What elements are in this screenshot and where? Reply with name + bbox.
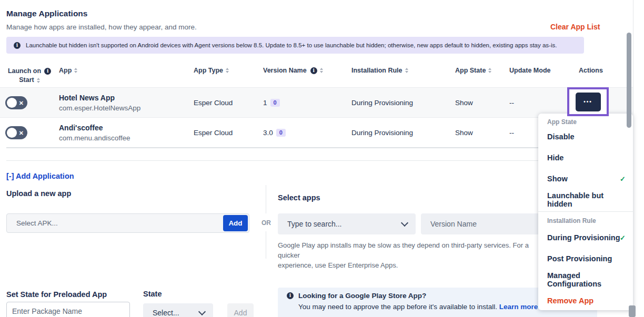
launch-on-start-cell: ✕	[5, 88, 27, 118]
column-label: App Type	[194, 67, 223, 74]
info-icon: i	[14, 42, 21, 49]
column-label: Start	[19, 76, 34, 85]
menu-item-launchable-but-hidden[interactable]: Launchable but hidden	[547, 189, 626, 210]
installation-rule-cell: During Provisioning	[351, 118, 413, 148]
banner-text: Launchable but hidden isn't supported on…	[26, 42, 557, 48]
divider	[266, 185, 266, 213]
column-label: App	[59, 67, 72, 74]
row-actions-menu: App State Disable Hide Show ✓ Launchable…	[538, 114, 633, 310]
menu-item-managed-configurations[interactable]: Managed Configurations	[547, 269, 626, 290]
select-apps-heading: Select apps	[278, 193, 320, 202]
column-label: Installation Rule	[351, 67, 402, 74]
sort-icon[interactable]	[226, 68, 229, 73]
launch-on-start-toggle[interactable]: ✕	[5, 96, 27, 109]
toggle-knob	[7, 98, 17, 108]
menu-item-during-provisioning[interactable]: During Provisioning ✓	[547, 227, 626, 248]
menu-item-label: Post Provisioning	[547, 254, 612, 263]
app-name: Hotel News App	[59, 93, 115, 103]
menu-item-show[interactable]: Show ✓	[547, 168, 626, 189]
info-icon[interactable]: i	[310, 67, 317, 74]
app-search-select[interactable]: Type to search...	[278, 213, 416, 234]
column-header-installation-rule[interactable]: Installation Rule	[351, 67, 408, 74]
version-value: 1	[263, 99, 267, 107]
version-count-badge: 0	[276, 129, 286, 137]
page-title: Manage Applications	[6, 9, 87, 18]
check-icon: ✓	[620, 175, 626, 183]
table-header-row: Launch on i Start App App Type Version N…	[0, 67, 633, 87]
app-name: Andi'scoffee	[59, 122, 103, 133]
menu-item-label: During Provisioning	[547, 233, 620, 242]
window-scrollbar-thumb[interactable]	[629, 305, 636, 317]
update-mode-cell: --	[509, 118, 514, 148]
sort-icon[interactable]	[488, 68, 491, 73]
launch-on-start-toggle[interactable]: ✕	[5, 126, 27, 139]
sort-icon[interactable]	[320, 68, 323, 73]
google-play-note: Google Play app installs may be slow as …	[278, 240, 544, 270]
column-label: Version Name	[263, 67, 307, 74]
divider	[6, 147, 626, 148]
app-search-placeholder: Type to search...	[287, 220, 342, 228]
column-header-app[interactable]: App	[59, 67, 77, 74]
menu-item-label: Remove App	[547, 296, 593, 305]
row-actions-button[interactable]: •••	[576, 93, 601, 111]
state-select-placeholder: Select...	[153, 309, 179, 317]
add-preloaded-button-disabled[interactable]: Add	[227, 303, 254, 317]
version-name-select[interactable]: Version Name	[421, 213, 547, 234]
vertical-scrollbar-thumb[interactable]	[627, 33, 631, 128]
menu-section-installation-rule: Installation Rule	[547, 217, 596, 224]
sort-icon[interactable]	[405, 68, 408, 73]
column-header-app-state[interactable]: App State	[455, 67, 491, 74]
state-select[interactable]: Select...	[143, 303, 213, 317]
app-cell: Hotel News App com.esper.HotelNewsApp	[59, 88, 140, 118]
column-header-actions: Actions	[579, 67, 603, 74]
menu-item-post-provisioning[interactable]: Post Provisioning	[547, 248, 626, 269]
info-icon: i	[287, 292, 294, 299]
sort-icon[interactable]	[74, 68, 77, 73]
column-header-app-type[interactable]: App Type	[194, 67, 229, 74]
manage-applications-page: Manage Applications Manage how apps are …	[0, 0, 644, 317]
menu-item-disable[interactable]: Disable	[547, 126, 626, 147]
add-apk-button[interactable]: Add	[223, 215, 248, 231]
select-apk-input[interactable]: Select APK... Add	[6, 213, 249, 233]
sort-icon[interactable]	[37, 78, 40, 83]
app-package: com.menu.andiscoffee	[59, 133, 130, 144]
column-header-version-name[interactable]: Version Name i	[263, 67, 323, 74]
info-icon[interactable]: i	[44, 68, 51, 75]
app-type-cell: Esper Cloud	[194, 88, 233, 118]
column-label: Actions	[579, 67, 603, 74]
note-line: Google Play app installs may be slow as …	[278, 240, 544, 260]
play-info-text: You may need to approve the app before i…	[298, 303, 499, 311]
menu-item-remove-app[interactable]: Remove App	[547, 290, 626, 311]
actions-button-highlight: •••	[567, 87, 609, 116]
column-header-launch-on-start[interactable]: Launch on i Start	[4, 67, 55, 85]
app-state-cell: Show	[455, 88, 473, 118]
set-state-preloaded-heading: Set State for Preloaded App	[6, 290, 107, 299]
menu-item-label: Managed Configurations	[547, 271, 626, 288]
check-icon: ✓	[620, 234, 626, 242]
package-name-input[interactable]	[6, 302, 130, 317]
app-type-cell: Esper Cloud	[194, 118, 233, 148]
clear-app-list-button[interactable]: Clear App List	[550, 23, 600, 31]
version-value: 3.0	[263, 129, 273, 137]
menu-item-label: Show	[547, 175, 568, 183]
divider	[6, 160, 626, 161]
app-state-cell: Show	[455, 118, 473, 148]
divider	[538, 211, 633, 212]
launch-on-start-cell: ✕	[5, 118, 27, 148]
menu-item-label: Launchable but hidden	[547, 191, 626, 208]
select-apk-placeholder: Select APK...	[16, 219, 58, 227]
menu-item-hide[interactable]: Hide	[547, 147, 626, 168]
column-label: Update Mode	[509, 67, 550, 74]
table-row: ✕ Hotel News App com.esper.HotelNewsApp …	[0, 87, 633, 118]
add-application-toggle-link[interactable]: [-] Add Application	[6, 172, 74, 180]
update-mode-cell: --	[509, 88, 514, 118]
column-label: Launch on	[8, 67, 41, 76]
play-info-body: You may need to approve the app before i…	[298, 303, 544, 311]
version-cell: 3.0 0	[263, 118, 286, 148]
note-line: experience, use Esper Enterprise Apps.	[278, 260, 544, 270]
state-label: State	[143, 290, 162, 298]
learn-more-link[interactable]: Learn more >	[499, 303, 544, 311]
page-subtitle: Manage how apps are installed, how they …	[6, 23, 197, 31]
menu-item-label: Disable	[547, 132, 575, 141]
upload-new-app-heading: Upload a new app	[6, 189, 71, 198]
